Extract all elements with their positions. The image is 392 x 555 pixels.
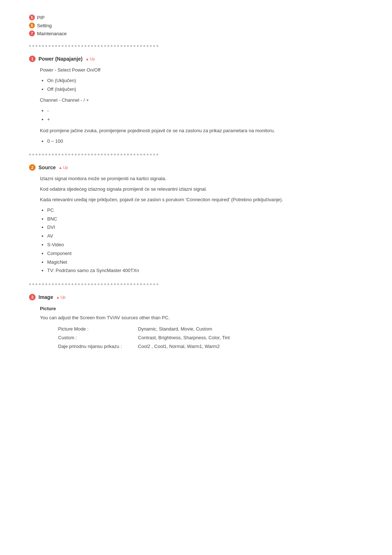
setting-icon: 6 [29,23,35,28]
power-note-list: 0 ~ 100 [47,138,363,145]
list-item: Custom : Contrast, Brightness, Sharpness… [58,334,363,342]
power-up-link[interactable]: ▲ Up [85,57,95,61]
list-item: Daje prirodnu nijansu prikazu : Cool2 , … [58,343,363,351]
picture-subsection: Picture You can adjust the Screen from T… [40,305,363,350]
source-body: Izlazni signal monitora može se promijen… [29,175,363,275]
picture-description: You can adjust the Screen from TV/AV sou… [40,314,363,322]
nav-pip-label: PIP [37,15,45,20]
power-p1: Power - Select Power On/Off [40,66,363,74]
source-p1: Izlazni signal monitora može se promijen… [40,175,363,183]
nav-item-maintenance[interactable]: 7 Maintenanace [29,31,363,36]
nav-item-pip[interactable]: 5 PIP [29,15,363,20]
picture-sub-header: Picture [40,305,363,313]
list-item: Picture Mode : Dynamic, Standard, Movie,… [58,325,363,333]
image-body: Picture You can adjust the Screen from T… [29,305,363,350]
item-label: Custom : [58,334,138,342]
source-title: Source [38,165,56,170]
item-label: Picture Mode : [58,325,138,333]
power-list-1: On (Uključen) Off (Isključen) [47,77,363,93]
list-item: On (Uključen) [47,77,363,85]
list-item: - [47,107,363,115]
list-item: 0 ~ 100 [47,138,363,145]
item-value: Contrast, Brightness, Sharpness, Color, … [138,334,230,342]
list-item: PC [47,207,363,214]
power-title: Power (Napajanje) [38,56,82,62]
list-item: + [47,116,363,123]
item-value: Cool2 , Cool1, Normal, Warm1, Warm2 [138,343,220,351]
power-body: Power - Select Power On/Off On (Uključen… [29,66,363,145]
pip-icon: 5 [29,15,35,20]
power-note: Kod promjene jačine zvuka, promijenjene … [40,127,363,135]
source-up-link[interactable]: ▲ Up [58,165,68,170]
nav-maintenance-label: Maintenanace [37,31,67,36]
item-value: Dynamic, Standard, Movie, Custom [138,325,212,333]
divider-3 [29,283,363,285]
section-source: 2 Source ▲ Up Izlazni signal monitora mo… [29,164,363,275]
maintenance-icon: 7 [29,31,35,36]
source-list: PC BNC DVI AV S-Video Component MagicNet… [47,207,363,275]
source-p3: Kada relevantni uređaj nije priključen, … [40,196,363,204]
image-title: Image [38,294,53,300]
list-item: TV: Podržano samo za SyncMaster 400TXn [47,267,363,275]
divider-1 [29,45,363,47]
list-item: AV [47,232,363,240]
nav-item-setting[interactable]: 6 Setting [29,23,363,28]
list-item: BNC [47,215,363,223]
divider-2 [29,154,363,155]
power-num-icon: 1 [29,56,36,62]
list-item: Component [47,250,363,258]
image-up-link[interactable]: ▲ Up [56,295,65,299]
source-num-icon: 2 [29,164,36,171]
list-item: S-Video [47,241,363,249]
list-item: MagicNet [47,259,363,266]
item-label: Daje prirodnu nijansu prikazu : [58,343,138,351]
source-p2: Kod odabira sljedećeg izlaznog signala p… [40,186,363,193]
list-item: Off (Isključen) [47,86,363,93]
section-image: 3 Image ▲ Up Picture You can adjust the … [29,294,363,350]
list-item: DVI [47,224,363,231]
nav-section: 5 PIP 6 Setting 7 Maintenanace [29,15,363,36]
nav-setting-label: Setting [37,23,52,28]
power-p2: Channel - Channel - / + [40,97,363,104]
picture-items: Picture Mode : Dynamic, Standard, Movie,… [51,325,363,350]
power-list-2: - + [47,107,363,123]
section-power: 1 Power (Napajanje) ▲ Up Power - Select … [29,56,363,145]
image-num-icon: 3 [29,294,36,300]
picture-list: Picture Mode : Dynamic, Standard, Movie,… [58,325,363,350]
